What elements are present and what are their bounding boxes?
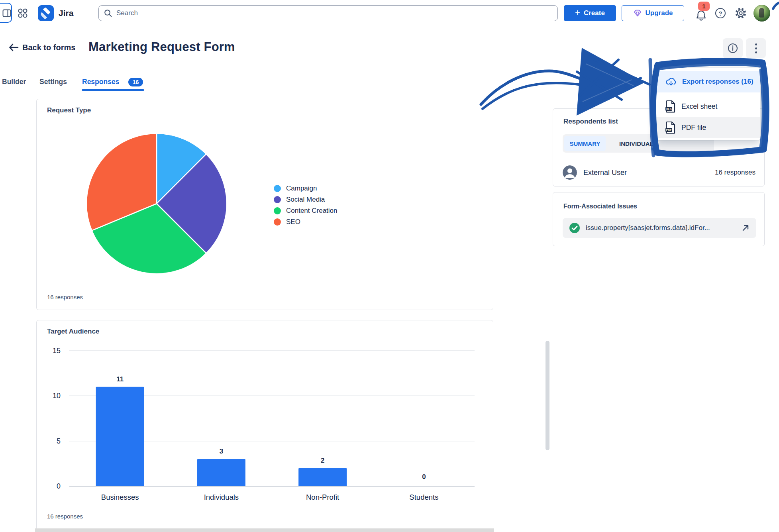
form-associated-issues-card: Form-Associated Issues issue.property[sa… [553, 192, 765, 246]
settings-gear-icon[interactable] [734, 6, 748, 20]
tab-individual[interactable]: INDIVIDUAL [619, 140, 653, 147]
legend-label: Campaign [286, 185, 317, 192]
respondent-response-count: 16 responses [715, 169, 755, 177]
cloud-download-icon [665, 77, 677, 87]
check-circle-icon [569, 222, 580, 234]
tab-summary[interactable]: SUMMARY [564, 136, 606, 151]
respondents-title: Respondents list [563, 118, 618, 126]
responses-count-badge: 16 [128, 78, 143, 86]
back-to-forms-link[interactable]: Back to forms [8, 43, 75, 52]
svg-text:PDF: PDF [666, 129, 672, 132]
jira-logo-glyph [38, 5, 54, 21]
issue-link-chip[interactable]: issue.property[saasjet.forms.data].idFor… [563, 218, 756, 238]
legend-color-dot [274, 185, 281, 192]
bar-value-label: 11 [116, 375, 124, 383]
export-pdf-menu-item[interactable]: PDF PDF file [655, 117, 760, 138]
legend-color-dot [274, 196, 281, 203]
app-switcher-icon[interactable] [18, 8, 28, 18]
hand-drawn-arrow-tail [481, 71, 580, 104]
open-external-icon [741, 224, 750, 232]
target-audience-card: Target Audience 15105011Businesses3Indiv… [36, 320, 493, 532]
pie-chart-title: Request Type [47, 106, 91, 114]
legend-label: Content Creation [286, 207, 338, 215]
bar-value-label: 0 [422, 473, 426, 481]
upgrade-button-label: Upgrade [646, 9, 673, 17]
back-arrow-icon [8, 43, 19, 52]
bar-category-label: Businesses [101, 493, 139, 501]
y-tick-label: 0 [57, 482, 61, 490]
legend-color-dot [274, 207, 281, 214]
plus-icon: + [575, 8, 580, 18]
info-icon [728, 43, 738, 53]
bar-responses-count: 16 responses [47, 513, 83, 520]
sidebar-icon [2, 9, 11, 18]
pie-chart [86, 133, 228, 275]
hand-drawn-arrow-head [577, 48, 649, 116]
y-tick-label: 10 [53, 392, 61, 400]
issues-title: Form-Associated Issues [563, 203, 637, 210]
help-icon[interactable]: ? [714, 7, 727, 20]
svg-text:XLS: XLS [666, 108, 672, 110]
tab-settings[interactable]: Settings [39, 78, 67, 86]
bar-category-label: Individuals [204, 493, 239, 501]
vertical-scrollbar-thumb[interactable] [545, 341, 549, 450]
legend-item: Campaign [274, 183, 338, 194]
pie-legend: CampaignSocial MediaContent CreationSEO [274, 183, 338, 228]
back-to-forms-label: Back to forms [22, 43, 75, 52]
create-button-label: Create [584, 9, 605, 17]
top-navigation-bar: Jira Search + Create Upgrade 1 ? [0, 0, 779, 26]
bar-value-label: 2 [321, 457, 324, 464]
y-tick-label: 15 [53, 347, 61, 355]
xls-file-icon: XLS [665, 100, 676, 113]
legend-item: Social Media [274, 194, 338, 205]
pdf-file-label: PDF file [681, 124, 706, 132]
issue-property-text: issue.property[saasjet.forms.data].idFor… [586, 224, 710, 232]
tab-builder[interactable]: Builder [2, 78, 26, 86]
search-icon [104, 9, 112, 18]
pdf-file-icon: PDF [665, 121, 676, 134]
pie-responses-count: 16 responses [47, 294, 83, 300]
collapse-sidebar-button[interactable] [0, 3, 12, 23]
legend-item: SEO [274, 216, 338, 228]
legend-label: SEO [286, 218, 300, 226]
y-tick-label: 5 [57, 437, 61, 445]
upgrade-button[interactable]: Upgrade [622, 5, 684, 21]
legend-color-dot [274, 218, 281, 226]
create-button[interactable]: + Create [564, 5, 616, 21]
page-title: Marketing Request Form [88, 40, 235, 54]
bar-category-label: Students [409, 493, 438, 501]
info-button[interactable] [723, 38, 743, 58]
gem-icon [633, 9, 642, 18]
bar-non-profit [298, 468, 347, 486]
jira-logo[interactable] [38, 5, 54, 21]
avatar-photo [759, 8, 764, 18]
bar-category-label: Non-Profit [306, 493, 339, 501]
tab-responses[interactable]: Responses [82, 78, 119, 86]
bar-individuals [197, 459, 245, 486]
app-name: Jira [59, 8, 73, 18]
notifications-button[interactable]: 1 [693, 6, 710, 23]
horizontal-scrollbar[interactable] [35, 528, 494, 532]
excel-sheet-label: Excel sheet [681, 102, 717, 111]
bar-businesses [96, 387, 144, 486]
user-avatar[interactable] [753, 5, 770, 22]
svg-text:?: ? [718, 10, 722, 17]
export-dropdown-menu: Export responses (16) XLS Excel sheet PD… [655, 68, 760, 140]
respondent-name: External User [583, 169, 627, 177]
request-type-card: Request Type CampaignSocial MediaContent… [36, 99, 493, 310]
export-responses-label: Export responses (16) [682, 78, 753, 86]
respondent-row[interactable]: External User 16 responses [563, 165, 755, 181]
notification-badge: 1 [698, 2, 710, 11]
bar-value-label: 3 [220, 448, 223, 455]
more-actions-button[interactable] [746, 38, 766, 58]
bar-chart: 15105011Businesses3Individuals2Non-Profi… [37, 320, 493, 528]
export-excel-menu-item[interactable]: XLS Excel sheet [655, 96, 760, 117]
user-avatar-icon [563, 165, 577, 180]
bell-icon [696, 10, 706, 21]
legend-item: Content Creation [274, 205, 338, 216]
search-input[interactable]: Search [98, 5, 558, 21]
export-responses-menu-item[interactable]: Export responses (16) [655, 71, 760, 92]
legend-label: Social Media [286, 196, 325, 204]
search-placeholder: Search [116, 9, 138, 17]
